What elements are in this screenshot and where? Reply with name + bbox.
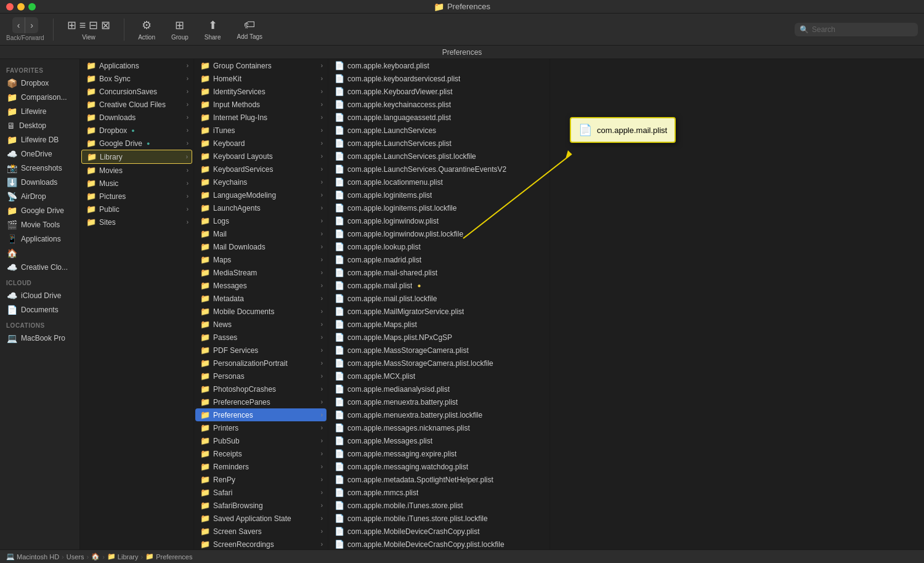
sidebar-item-downloads[interactable]: ⬇️ Downloads <box>2 176 78 189</box>
list-item-mail-plist[interactable]: 📄 com.apple.mail.plist ● <box>330 279 548 292</box>
list-item[interactable]: 📁 ConcursionSaves › <box>81 85 192 98</box>
list-item[interactable]: 📄 com.apple.LaunchServices <box>330 124 548 137</box>
list-item[interactable]: 📁 Group Containers › <box>195 59 326 72</box>
list-item[interactable]: 📁 Safari › <box>195 486 326 499</box>
sidebar-item-airdrop[interactable]: 📡 AirDrop <box>2 190 78 203</box>
list-item[interactable]: 📁 IdentityServices › <box>195 85 326 98</box>
sidebar-item-onedrive[interactable]: ☁️ OneDrive <box>2 147 78 161</box>
list-item[interactable]: 📄 com.apple.mediaanalysisd.plist <box>330 383 548 395</box>
list-item[interactable]: 📄 com.apple.keychainaccess.plist <box>330 98 548 111</box>
list-item[interactable]: 📁 Keyboard › <box>195 137 326 150</box>
pathbar-macintosh-hd[interactable]: 💻 Macintosh HD <box>6 553 59 561</box>
list-item-library[interactable]: 📁 Library › <box>81 150 192 164</box>
list-item[interactable]: 📁 Pictures › <box>81 190 192 203</box>
sidebar-item-lifewire-db[interactable]: 📁 Lifewire DB <box>2 133 78 147</box>
back-button[interactable]: ‹ <box>12 17 26 33</box>
sidebar-item-google-drive[interactable]: 📁 Google Drive <box>2 204 78 217</box>
list-item[interactable]: 📁 Mail Downloads › <box>195 240 326 253</box>
list-item[interactable]: 📄 com.apple.keyboardservicesd.plist <box>330 72 548 85</box>
list-item[interactable]: 📁 Reminders › <box>195 460 326 473</box>
list-item[interactable]: 📄 com.apple.Messages.plist <box>330 434 548 447</box>
list-item[interactable]: 📁 RenPy › <box>195 473 326 486</box>
list-item[interactable]: 📄 com.apple.mail.plist.lockfile <box>330 292 548 305</box>
list-item[interactable]: 📄 com.apple.madrid.plist <box>330 253 548 266</box>
list-item[interactable]: 📄 com.apple.menuextra.battery.plist <box>330 395 548 408</box>
list-item[interactable]: 📄 com.apple.MCX.plist <box>330 370 548 383</box>
sidebar-item-home[interactable]: 🏠 <box>2 246 78 260</box>
list-item[interactable]: 📄 com.apple.MassStorageCamera.plist <box>330 344 548 357</box>
group-button[interactable]: ⊞ Group <box>166 16 193 43</box>
list-item[interactable]: 📁 LaunchAgents › <box>195 201 326 214</box>
list-item[interactable]: 📁 Public › <box>81 203 192 216</box>
list-item-preferences[interactable]: 📁 Preferences › <box>195 408 326 421</box>
list-item[interactable]: 📄 com.apple.MobileDeviceCrashCopy.plist <box>330 525 548 538</box>
list-item[interactable]: 📄 com.apple.LaunchServices.plist <box>330 137 548 150</box>
list-item[interactable]: 📁 Input Methods › <box>195 98 326 111</box>
sidebar-item-lifewire[interactable]: 📁 Lifewire <box>2 105 78 118</box>
list-item[interactable]: 📄 com.apple.languageassetd.plist <box>330 111 548 124</box>
sidebar-item-movie-tools[interactable]: 🎬 Movie Tools <box>2 218 78 232</box>
minimize-button[interactable] <box>17 3 25 10</box>
list-item[interactable]: 📁 Creative Cloud Files › <box>81 98 192 111</box>
list-item[interactable]: 📁 Dropbox ● › <box>81 124 192 137</box>
list-item[interactable]: 📁 Messages › <box>195 279 326 292</box>
list-item[interactable]: 📁 Metadata › <box>195 292 326 305</box>
list-item[interactable]: 📁 Keychains › <box>195 176 326 188</box>
list-item[interactable]: 📁 News › <box>195 318 326 331</box>
sidebar-item-applications[interactable]: 📱 Applications <box>2 232 78 246</box>
view-button[interactable]: ⊞ ≡ ⊟ ⊠ View <box>62 16 116 43</box>
sidebar-item-comparison[interactable]: 📁 Comparison... <box>2 91 78 104</box>
pathbar-users[interactable]: Users <box>67 553 84 561</box>
list-item[interactable]: 📄 com.apple.mail-shared.plist <box>330 266 548 279</box>
list-item[interactable]: 📁 PersonalizationPortrait › <box>195 357 326 370</box>
list-item[interactable]: 📁 Music › <box>81 177 192 190</box>
list-item[interactable]: 📁 Logs › <box>195 214 326 227</box>
list-item[interactable]: 📁 PDF Services › <box>195 344 326 357</box>
list-item[interactable]: 📄 com.apple.Maps.plist.NPxCgSP <box>330 331 548 344</box>
list-item[interactable]: 📄 com.apple.messaging.expire.plist <box>330 447 548 460</box>
list-item[interactable]: 📁 Receipts › <box>195 447 326 460</box>
list-item[interactable]: 📁 KeyboardServices › <box>195 163 326 176</box>
list-item[interactable]: 📄 com.apple.mmcs.plist <box>330 486 548 499</box>
list-item[interactable]: 📄 com.apple.LaunchServices.QuarantineEve… <box>330 163 548 176</box>
add-tags-button[interactable]: 🏷 Add Tags <box>232 16 267 43</box>
sidebar-item-macbook-pro[interactable]: 💻 MacBook Pro <box>2 331 78 345</box>
sidebar-item-dropbox[interactable]: 📦 Dropbox <box>2 76 78 90</box>
list-item[interactable]: 📁 MediaStream › <box>195 266 326 279</box>
list-item[interactable]: 📄 com.apple.messages.nicknames.plist <box>330 421 548 434</box>
search-box[interactable]: 🔍 <box>795 23 918 36</box>
list-item[interactable]: 📁 ScreenRecordings › <box>195 538 326 551</box>
list-item[interactable]: 📁 HomeKit › <box>195 72 326 85</box>
list-item[interactable]: 📁 iTunes › <box>195 124 326 137</box>
maximize-button[interactable] <box>28 3 36 10</box>
list-item[interactable]: 📄 com.apple.loginitems.plist <box>330 188 548 201</box>
list-item[interactable]: 📁 PubSub › <box>195 434 326 447</box>
list-item[interactable]: 📁 Mail › <box>195 227 326 240</box>
sidebar-item-documents[interactable]: 📄 Documents <box>2 303 78 317</box>
list-item[interactable]: 📄 com.apple.MassStorageCamera.plist.lock… <box>330 357 548 370</box>
sidebar-item-desktop[interactable]: 🖥 Desktop <box>2 119 78 132</box>
list-item[interactable]: 📁 Google Drive ● › <box>81 137 192 150</box>
list-item[interactable]: 📁 Maps › <box>195 253 326 266</box>
list-item[interactable]: 📄 com.apple.loginitems.plist.lockfile <box>330 201 548 214</box>
pathbar-preferences[interactable]: 📁 Preferences <box>145 553 192 561</box>
share-button[interactable]: ⬆ Share <box>200 16 226 43</box>
list-item[interactable]: 📁 Applications › <box>81 59 192 72</box>
list-item[interactable]: 📄 com.apple.locationmenu.plist <box>330 176 548 188</box>
list-item[interactable]: 📁 Box Sync › <box>81 72 192 85</box>
list-item[interactable]: 📁 Passes › <box>195 331 326 344</box>
list-item[interactable]: 📄 com.apple.lookup.plist <box>330 240 548 253</box>
list-item[interactable]: 📁 PreferencePanes › <box>195 395 326 408</box>
sidebar-item-icloud-drive[interactable]: ☁️ iCloud Drive <box>2 289 78 302</box>
forward-button[interactable]: › <box>25 17 38 33</box>
list-item[interactable]: 📄 com.apple.metadata.SpotlightNetHelper.… <box>330 473 548 486</box>
list-item[interactable]: 📄 com.apple.loginwindow.plist <box>330 214 548 227</box>
list-item[interactable]: 📁 Keyboard Layouts › <box>195 150 326 163</box>
list-item[interactable]: 📁 Sites › <box>81 216 192 229</box>
list-item[interactable]: 📁 Printers › <box>195 421 326 434</box>
list-item[interactable]: 📁 Internet Plug-Ins › <box>195 111 326 124</box>
list-item[interactable]: 📄 com.apple.KeyboardViewer.plist <box>330 85 548 98</box>
list-item[interactable]: 📄 com.apple.MobileDeviceCrashCopy.plist.… <box>330 538 548 551</box>
list-item[interactable]: 📄 com.apple.messaging.watchdog.plist <box>330 460 548 473</box>
search-input[interactable] <box>812 25 913 34</box>
